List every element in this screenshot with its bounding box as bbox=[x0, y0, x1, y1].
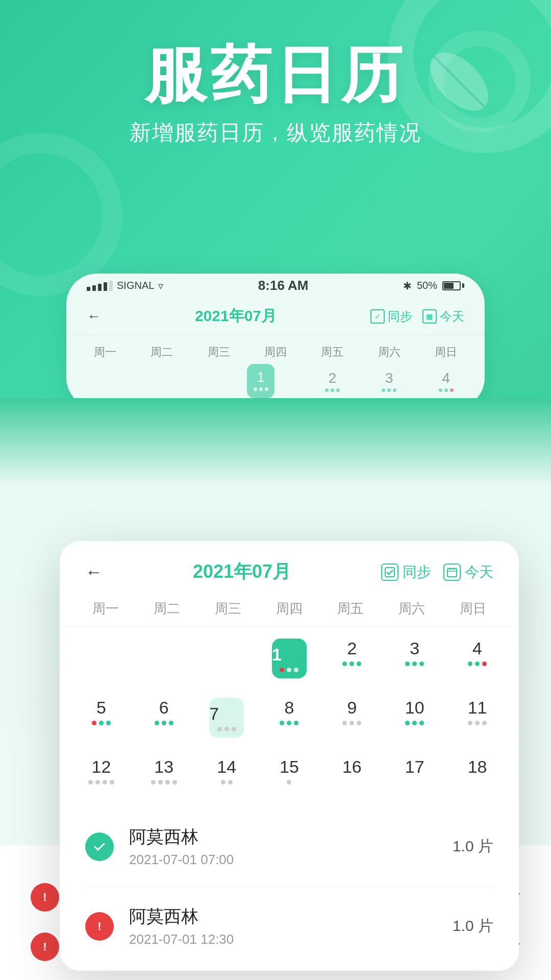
fg-day-dots-15 bbox=[287, 780, 291, 785]
medicine-dose-2: 1.0 片 bbox=[453, 916, 493, 937]
cal-day-4[interactable]: 4 bbox=[418, 364, 474, 398]
fg-day-num-9: 9 bbox=[347, 698, 357, 718]
weekday-thu-bg: 周四 bbox=[247, 340, 304, 364]
cal-empty-2 bbox=[133, 364, 190, 398]
fg-day-dots-10 bbox=[405, 721, 424, 725]
medicine-item-1[interactable]: 阿莫西林 2021-07-01 07:00 1.0 片 bbox=[60, 807, 519, 886]
weekday-mon-bg: 周一 bbox=[77, 340, 133, 364]
fg-day-13[interactable]: 13 bbox=[133, 750, 195, 792]
fg-empty-mon bbox=[70, 631, 133, 685]
time-display: 8:16 AM bbox=[258, 278, 309, 293]
medicine-info-1: 阿莫西林 2021-07-01 07:00 bbox=[129, 825, 437, 868]
fg-day-dots-11 bbox=[468, 721, 487, 725]
fg-today-btn[interactable]: 今天 bbox=[443, 562, 493, 582]
partial-status-alert-2: ! bbox=[31, 933, 59, 961]
hero-title: 服药日历 bbox=[145, 41, 406, 108]
fg-day-5[interactable]: 5 bbox=[70, 691, 133, 745]
medicine-status-check-1 bbox=[85, 832, 114, 861]
fg-dot-gray bbox=[342, 721, 347, 725]
fg-day-6[interactable]: 6 bbox=[133, 691, 195, 745]
dot bbox=[444, 388, 448, 392]
cal-day-3[interactable]: 3 bbox=[361, 364, 417, 398]
fg-day-12[interactable]: 12 bbox=[70, 750, 133, 792]
cal-day-dots-4 bbox=[439, 388, 454, 392]
fg-day-17[interactable]: 17 bbox=[383, 750, 446, 792]
cal-day-2[interactable]: 2 bbox=[304, 364, 361, 398]
fg-dot-green bbox=[475, 662, 480, 666]
signal-area: SIGNAL ▿ bbox=[87, 280, 163, 292]
today-icon-bg: ▦ bbox=[422, 309, 437, 324]
fg-sync-icon bbox=[381, 564, 398, 581]
fg-day-num-12: 12 bbox=[92, 757, 111, 777]
fg-day-16[interactable]: 16 bbox=[320, 750, 383, 792]
fg-dot-gray bbox=[232, 727, 236, 731]
fg-dot-white bbox=[287, 668, 291, 672]
fg-day-7[interactable]: 7 bbox=[195, 691, 258, 745]
dot bbox=[254, 387, 257, 391]
fg-dot-gray bbox=[287, 780, 291, 785]
fg-day-dots-3 bbox=[405, 662, 424, 666]
fg-day-8[interactable]: 8 bbox=[258, 691, 321, 745]
medicine-item-2[interactable]: ! 阿莫西林 2021-07-01 12:30 1.0 片 bbox=[60, 887, 519, 966]
svg-rect-3 bbox=[447, 569, 457, 577]
fg-calendar-actions: 同步 今天 bbox=[381, 562, 493, 582]
dot bbox=[439, 388, 442, 392]
phone-mockup-bg: SIGNAL ▿ 8:16 AM ✱ 50% ← 2021年07月 bbox=[66, 274, 485, 398]
fg-day-10[interactable]: 10 bbox=[383, 691, 446, 745]
fg-weekday-mon: 周一 bbox=[75, 595, 136, 626]
fg-day-dots-8 bbox=[280, 721, 298, 725]
fg-day-active-1[interactable]: 1 bbox=[272, 639, 307, 678]
sync-btn-bg[interactable]: ✓ 同步 bbox=[370, 308, 412, 325]
fg-day-selected-7[interactable]: 7 bbox=[209, 698, 244, 738]
fg-dot-gray bbox=[95, 780, 100, 785]
fg-dot-gray bbox=[151, 780, 156, 785]
fg-day-num-6: 6 bbox=[159, 698, 169, 718]
fg-day-num-16: 16 bbox=[342, 757, 362, 777]
bg-decoration-3 bbox=[0, 133, 122, 296]
wifi-icon: ▿ bbox=[158, 280, 163, 292]
fg-day-9[interactable]: 9 bbox=[320, 691, 383, 745]
fg-dot-gray bbox=[158, 780, 163, 785]
today-btn-bg[interactable]: ▦ 今天 bbox=[422, 308, 464, 325]
medicine-info-2: 阿莫西林 2021-07-01 12:30 bbox=[129, 905, 437, 947]
fg-back-arrow[interactable]: ← bbox=[85, 562, 103, 582]
sync-icon-bg: ✓ bbox=[370, 309, 385, 324]
signal-label: SIGNAL bbox=[117, 280, 154, 291]
medicine-dose-1: 1.0 片 bbox=[453, 836, 493, 857]
dot bbox=[382, 388, 385, 392]
fg-day-dots-13 bbox=[151, 780, 177, 785]
signal-bar-1 bbox=[87, 287, 90, 291]
dot bbox=[450, 388, 454, 392]
fg-day-2[interactable]: 2 bbox=[320, 631, 383, 685]
medicine-time-1: 2021-07-01 07:00 bbox=[129, 852, 437, 868]
fg-day-dots-7 bbox=[209, 727, 244, 731]
fg-calendar-nav: ← 2021年07月 同步 bbox=[60, 541, 519, 595]
fg-dot-gray bbox=[475, 721, 480, 725]
back-arrow-bg[interactable]: ← bbox=[87, 308, 101, 325]
calendar-days-bg: 1 2 3 bbox=[66, 364, 485, 398]
fg-day-1[interactable]: 1 bbox=[258, 631, 321, 685]
fg-dot-green bbox=[155, 721, 159, 725]
cal-day-num-1: 1 bbox=[257, 369, 265, 385]
fg-day-num-1: 1 bbox=[272, 645, 282, 664]
calendar-nav-bg: ← 2021年07月 ✓ 同步 ▦ 今天 bbox=[66, 298, 485, 335]
cal-day-num-2: 2 bbox=[329, 370, 337, 386]
medicine-time-2: 2021-07-01 12:30 bbox=[129, 932, 437, 947]
fg-day-3[interactable]: 3 bbox=[383, 631, 446, 685]
fg-day-dots-1 bbox=[272, 668, 307, 672]
fg-sync-btn[interactable]: 同步 bbox=[381, 562, 431, 582]
fg-day-num-4: 4 bbox=[472, 639, 482, 658]
fg-day-15[interactable]: 15 bbox=[258, 750, 321, 792]
fg-day-18[interactable]: 18 bbox=[446, 750, 509, 792]
signal-bar-2 bbox=[92, 285, 96, 291]
fg-dot-green bbox=[106, 721, 111, 725]
fg-day-4[interactable]: 4 bbox=[446, 631, 509, 685]
fg-day-11[interactable]: 11 bbox=[446, 691, 509, 745]
svg-text:!: ! bbox=[43, 940, 46, 953]
dot bbox=[325, 388, 329, 392]
fg-empty-wed bbox=[195, 631, 258, 685]
cal-day-1[interactable]: 1 bbox=[247, 364, 274, 398]
fg-day-14[interactable]: 14 bbox=[195, 750, 258, 792]
cal-day-dots-3 bbox=[382, 388, 396, 392]
battery-tip bbox=[462, 283, 464, 288]
